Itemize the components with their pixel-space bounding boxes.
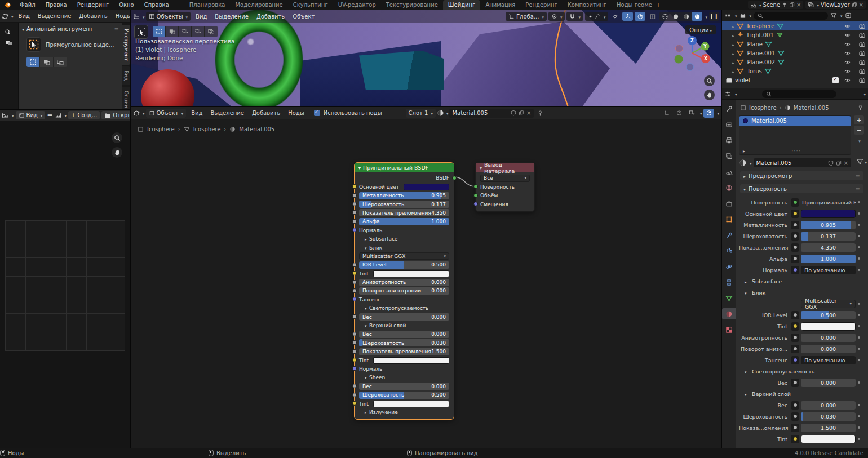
active-tool-panel-header[interactable]: Активный инструмент: [22, 26, 119, 32]
navigation-gizmo[interactable]: Z Y X: [673, 34, 714, 73]
animate-dot[interactable]: [856, 212, 862, 215]
zoom-button[interactable]: [704, 75, 715, 86]
node-row[interactable]: Металличность Металличность 0.905 Металл…: [359, 192, 449, 199]
input-socket[interactable]: [352, 366, 357, 371]
node-row[interactable]: Шероховатость Шероховатость 0.500 Шерохо…: [359, 391, 449, 399]
node-row[interactable]: Анизотропность Анизотропность 0.000 Аниз…: [359, 278, 449, 286]
animate-dot[interactable]: [856, 224, 862, 226]
animate-dot[interactable]: [856, 201, 862, 203]
tab-output[interactable]: [722, 135, 736, 146]
outliner-row[interactable]: Icosphere: [722, 21, 868, 30]
select-set-mode[interactable]: [153, 26, 166, 37]
node-row[interactable]: Sheen Sheen Sheen: [359, 373, 449, 381]
tab-scene[interactable]: [722, 166, 736, 177]
tab-object-data[interactable]: [722, 292, 736, 304]
tab-particles[interactable]: [722, 245, 736, 256]
property-row[interactable]: IOR Level 0.500 0.500 0.500: [739, 310, 862, 319]
value-slider[interactable]: 0.905: [801, 221, 856, 229]
property-row[interactable]: Основной цвет: [739, 209, 862, 218]
outliner-row[interactable]: Plane: [722, 39, 868, 48]
solid-shading-button[interactable]: [670, 12, 681, 21]
tab-collection[interactable]: [722, 198, 736, 209]
pin-icon[interactable]: [857, 104, 863, 111]
material-slots-list[interactable]: Material.005 ····: [739, 115, 851, 155]
input-socket[interactable]: [352, 263, 357, 267]
property-row[interactable]: Вес 0.000 0.000 0.000: [739, 378, 862, 387]
input-socket[interactable]: [473, 184, 478, 189]
input-socket[interactable]: [352, 401, 357, 406]
node-dropdown[interactable]: Multiscatter GGX: [359, 252, 449, 260]
property-row[interactable]: Анизотропность 0.000 0.000 0.000: [739, 333, 862, 342]
overlays-toggle[interactable]: [635, 12, 645, 21]
render-camera-icon[interactable]: [856, 41, 868, 47]
animate-dot[interactable]: [856, 303, 862, 305]
menu-item[interactable]: Вид: [15, 13, 34, 19]
object-name[interactable]: Plane.001: [747, 50, 776, 56]
outliner-row[interactable]: Light.001: [722, 30, 868, 39]
property-row[interactable]: Верхний слой: [739, 389, 862, 398]
node-row[interactable]: Основной цвет Основной цвет Основной цве…: [359, 183, 449, 191]
property-row[interactable]: Поворот анизо... 0.000 0.000 0.000: [739, 344, 862, 353]
node-row[interactable]: Tint Tint Tint: [359, 400, 449, 408]
new-collection-icon[interactable]: [845, 12, 852, 19]
node-slider[interactable]: Металличность 0.905: [359, 192, 449, 199]
property-row[interactable]: Показа...омления 1.500 1.500 1.500: [739, 423, 862, 432]
tab-physics[interactable]: [722, 261, 736, 272]
property-row[interactable]: Tint: [739, 322, 862, 331]
input-socket[interactable]: [473, 193, 478, 198]
material-preview-button[interactable]: [681, 12, 692, 21]
property-row[interactable]: Тангенс По умолчанию По умолчанию По умо…: [739, 355, 862, 364]
tweak-tool-button[interactable]: [134, 25, 148, 39]
snap-grid-icon[interactable]: [687, 109, 697, 118]
object-name[interactable]: Torus: [747, 68, 762, 74]
animate-dot[interactable]: [856, 438, 862, 440]
chevron-down-icon[interactable]: [358, 164, 361, 171]
property-row[interactable]: Multiscatter GGX Multiscatter GGX Multis…: [739, 299, 862, 308]
remove-slot-button[interactable]: −: [854, 126, 864, 135]
property-row[interactable]: Светопропускаемость: [739, 367, 862, 376]
object-name[interactable]: Plane: [747, 41, 763, 47]
color-swatch[interactable]: [373, 357, 449, 364]
input-socket[interactable]: [352, 210, 357, 215]
expand-arrow-icon[interactable]: [732, 23, 734, 29]
property-row[interactable]: Поверхность Принципиальный BSDF Принципи…: [739, 198, 862, 207]
animate-dot[interactable]: [856, 269, 862, 271]
workspace-tab[interactable]: Рендеринг: [520, 0, 562, 10]
outliner-row[interactable]: Plane.002: [722, 57, 868, 66]
editor-type-icon[interactable]: [133, 110, 140, 117]
pan-hand-button[interactable]: [704, 90, 715, 100]
node-row[interactable]: Шероховатость Шероховатость 0.030 Шерохо…: [359, 339, 449, 347]
material-icon[interactable]: [739, 159, 747, 167]
animate-dot[interactable]: [856, 325, 862, 327]
node-slider[interactable]: Анизотропность 0.000: [359, 279, 449, 286]
node-slider[interactable]: Шероховатость 0.500: [359, 392, 449, 399]
wireframe-shading-button[interactable]: [659, 12, 670, 21]
node-row[interactable]: Поворот анизотропии Поворот анизотропии …: [359, 287, 449, 295]
property-row[interactable]: Вес 0.000 0.000 0.000: [739, 401, 862, 410]
value-slider[interactable]: 1.500: [801, 424, 856, 432]
input-socket[interactable]: [352, 340, 357, 345]
property-row[interactable]: Шероховатость 0.137 0.137 0.137: [739, 232, 862, 241]
value-slider[interactable]: 1.000: [801, 255, 856, 263]
sidebar-tab[interactable]: Инструмент: [122, 25, 130, 65]
node-slider[interactable]: Вес 0.000: [359, 313, 449, 321]
node-row[interactable]: Вес Вес 0.000 Вес: [359, 383, 449, 390]
breadcrumb-material[interactable]: Material.005: [239, 126, 274, 132]
node-header[interactable]: Принципиальный BSDF: [355, 163, 454, 172]
input-socket[interactable]: [352, 332, 357, 336]
render-camera-icon[interactable]: [856, 23, 868, 29]
hide-eye-icon[interactable]: [841, 41, 853, 47]
breadcrumb-object[interactable]: Icosphere: [147, 126, 175, 132]
node-row[interactable]: Шероховатость Шероховатость 0.137 Шерохо…: [359, 201, 449, 208]
pin-icon[interactable]: [782, 2, 787, 8]
node-row[interactable]: Все Все Все: [480, 174, 530, 182]
select-subtract-mode[interactable]: [54, 57, 67, 67]
hide-eye-icon[interactable]: [841, 68, 853, 74]
menu-item[interactable]: Выделение: [206, 110, 248, 116]
collection-row[interactable]: violet: [722, 75, 868, 85]
workspace-tab[interactable]: Анимация: [480, 0, 520, 10]
breadcrumb-material[interactable]: Material.005: [794, 105, 829, 111]
render-camera-icon[interactable]: [856, 77, 868, 83]
copy-icon[interactable]: [789, 2, 795, 8]
node-row[interactable]: Поверхность Поверхность Поверхность: [480, 183, 530, 191]
